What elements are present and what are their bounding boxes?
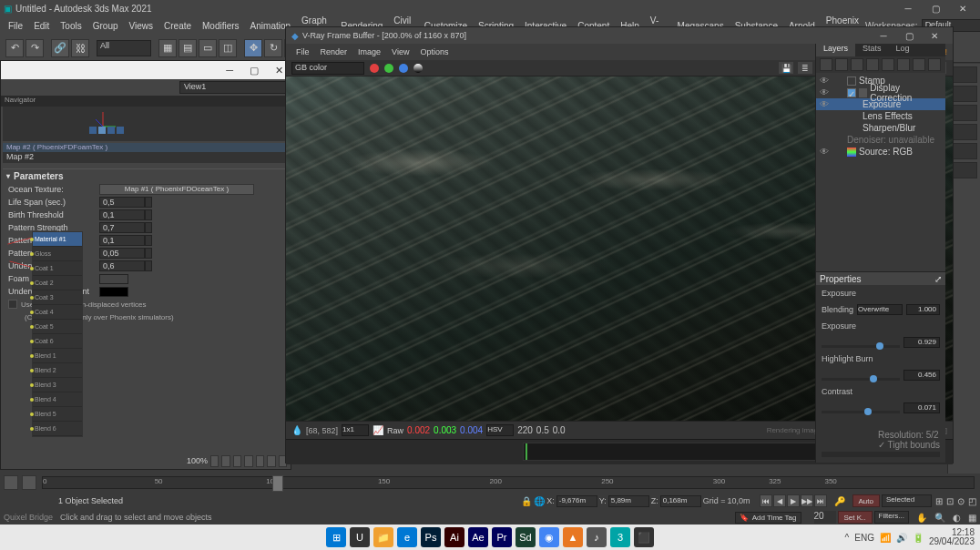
mat-zoom-btn[interactable] <box>256 455 264 467</box>
layer-load-icon[interactable] <box>882 58 894 71</box>
viewport-nav-button[interactable]: ✋ <box>916 513 927 523</box>
mat-zoom-btn[interactable] <box>210 455 219 467</box>
vfb-minimize-button[interactable]: ─ <box>871 27 896 44</box>
visibility-icon[interactable]: 👁 <box>820 76 829 86</box>
viewport-nav-button[interactable]: ◐ <box>953 513 961 523</box>
properties-header[interactable]: Properties⤢ <box>816 272 945 285</box>
undo-button[interactable]: ↶ <box>5 39 24 57</box>
taskbar-app-icon[interactable]: Pr <box>492 527 512 547</box>
node-item[interactable]: Material #1 <box>33 232 82 247</box>
red-channel-icon[interactable] <box>370 64 379 73</box>
navigator-area[interactable] <box>3 107 289 141</box>
taskbar-app-icon[interactable]: Sd <box>516 527 536 547</box>
foam-color-swatch[interactable] <box>99 274 128 284</box>
green-channel-icon[interactable] <box>384 64 393 73</box>
layer-add-icon[interactable] <box>820 58 832 71</box>
vfb-channel-select[interactable]: GB color <box>291 62 364 75</box>
select-region-button[interactable]: ▭ <box>199 39 217 57</box>
vfb-menu-view[interactable]: View <box>387 47 413 56</box>
key-filters-button[interactable]: Filters... <box>874 511 909 524</box>
menu-file[interactable]: File <box>4 21 27 31</box>
layer-more-icon[interactable] <box>928 58 941 71</box>
taskbar-app-icon[interactable]: ▲ <box>563 527 583 547</box>
vfb-title-bar[interactable]: ◆ V-Ray Frame Buffer - [200.0% of 1160 x… <box>286 27 953 44</box>
taskbar-app-icon[interactable]: e <box>397 527 417 547</box>
set-key-button[interactable]: Set K.. <box>838 511 873 524</box>
viewport-nav-button[interactable]: ▦ <box>968 513 976 523</box>
tight-bounds-check[interactable]: ✓ Tight bounds <box>878 440 940 450</box>
cmd-motion-icon[interactable] <box>952 124 977 140</box>
save-icon[interactable]: 💾 <box>778 61 794 75</box>
menu-group[interactable]: Group <box>88 21 123 31</box>
layer-folder-icon[interactable] <box>835 58 848 71</box>
link-button[interactable]: 🔗 <box>51 39 69 57</box>
tab-stats[interactable]: Stats <box>855 44 889 56</box>
mat-minimize-button[interactable]: ─ <box>226 65 233 76</box>
mat-zoom-btn[interactable] <box>233 455 241 467</box>
vfb-hsv-select[interactable]: HSV <box>486 424 514 436</box>
unlink-button[interactable]: ⛓ <box>71 39 89 57</box>
spinner[interactable] <box>145 260 152 271</box>
node-item[interactable]: Coat 6 <box>33 334 82 349</box>
vfb-maximize-button[interactable]: ▢ <box>896 27 922 44</box>
node-item[interactable]: Coat 1 <box>33 261 82 276</box>
menu-create[interactable]: Create <box>159 21 196 31</box>
vfb-menu-file[interactable]: File <box>291 47 314 56</box>
viewport-nav-button[interactable]: ⊡ <box>946 496 954 506</box>
contrast-slider[interactable] <box>822 411 900 413</box>
map-name[interactable]: Map #2 <box>3 152 289 163</box>
y-input[interactable]: 5,89m <box>608 495 649 507</box>
tray-chevron-icon[interactable]: ^ <box>845 533 850 543</box>
birth-threshold-input[interactable]: 0,1 <box>99 209 145 220</box>
vfb-menu-render[interactable]: Render <box>316 47 352 56</box>
layer-save-icon[interactable] <box>866 58 879 71</box>
parameters-header[interactable]: Parameters <box>3 168 289 183</box>
spinner[interactable] <box>145 248 152 259</box>
taskbar-app-icon[interactable]: U <box>350 527 370 547</box>
tray-lang-icon[interactable]: ENG <box>854 533 874 543</box>
taskbar-app-icon[interactable]: Ps <box>421 527 441 547</box>
spinner[interactable] <box>145 235 152 246</box>
cmd-utilities-icon[interactable] <box>952 162 977 178</box>
exposure-slider[interactable] <box>822 345 900 348</box>
layer-del-icon[interactable] <box>851 58 863 71</box>
slider-value[interactable]: 0.929 <box>903 337 940 348</box>
lock-icon[interactable]: 🔒 <box>521 496 532 506</box>
vfb-close-button[interactable]: ✕ <box>922 27 947 44</box>
blending-value[interactable]: 1.000 <box>906 304 940 315</box>
cmd-display-icon[interactable] <box>952 143 977 159</box>
timeline-toggle-button[interactable] <box>4 475 18 490</box>
node-item[interactable]: Gloss <box>33 247 82 261</box>
menu-modifiers[interactable]: Modifiers <box>198 21 244 31</box>
taskbar-app-icon[interactable]: Ai <box>444 527 464 547</box>
timeline-ruler[interactable]: 0 50 100 150 200 250 300 325 350 <box>42 476 975 489</box>
tab-layers[interactable]: Layers <box>816 44 855 56</box>
globe-icon[interactable]: 🌐 <box>534 496 545 506</box>
blending-mode-select[interactable]: Overwrite <box>857 304 903 315</box>
layer-reset-icon[interactable] <box>897 58 910 71</box>
mat-zoom-btn[interactable] <box>221 455 230 467</box>
cmd-create-icon[interactable] <box>952 66 977 83</box>
use-orig-checkbox[interactable] <box>8 300 17 309</box>
taskbar-app-icon[interactable]: Ae <box>468 527 488 547</box>
layer-menu-icon[interactable] <box>913 58 925 71</box>
viewport-nav-button[interactable]: ◰ <box>968 496 976 506</box>
prev-frame-button[interactable]: ◀ <box>773 494 786 507</box>
tab-log[interactable]: Log <box>889 44 917 56</box>
layer-row[interactable]: 👁Source: RGB <box>816 146 945 158</box>
layer-row[interactable]: Denoiser: unavailable <box>816 134 945 146</box>
viewport-nav-button[interactable]: 🔍 <box>934 513 945 523</box>
vfb-menu-options[interactable]: Options <box>415 47 453 56</box>
mat-title-bar[interactable]: ─ ▢ ✕ <box>1 61 291 79</box>
menu-edit[interactable]: Edit <box>29 21 54 31</box>
history-icon[interactable]: ≣ <box>797 61 813 75</box>
next-frame-button[interactable]: ▶▶ <box>801 494 813 507</box>
timeline-toggle-button[interactable] <box>22 475 36 490</box>
frame-spin[interactable]: 20 <box>814 511 836 524</box>
pattern-width-input[interactable]: 0,05 <box>99 248 145 259</box>
tray-wifi-icon[interactable]: 📶 <box>880 533 891 543</box>
minimize-button[interactable]: ─ <box>894 0 922 17</box>
pipette-icon[interactable]: 💧 <box>291 425 302 435</box>
visibility-icon[interactable]: 👁 <box>820 147 829 157</box>
mat-zoom-btn[interactable] <box>267 455 275 467</box>
